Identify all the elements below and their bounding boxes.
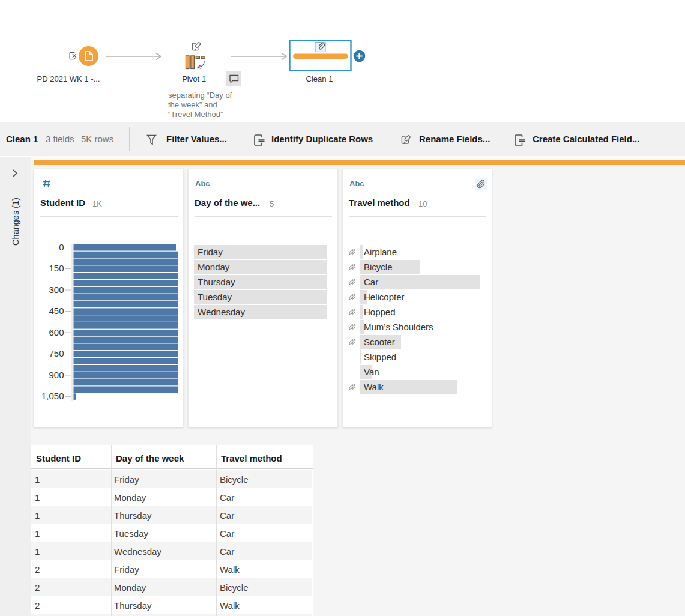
svg-text:900: 900 xyxy=(49,370,64,380)
svg-text:600: 600 xyxy=(49,327,64,337)
svg-text:300: 300 xyxy=(49,285,64,295)
svg-text:0: 0 xyxy=(59,242,64,252)
svg-text:750: 750 xyxy=(49,348,64,358)
svg-text:1,050: 1,050 xyxy=(41,391,64,401)
svg-text:150: 150 xyxy=(49,263,64,273)
svg-text:450: 450 xyxy=(49,306,64,316)
